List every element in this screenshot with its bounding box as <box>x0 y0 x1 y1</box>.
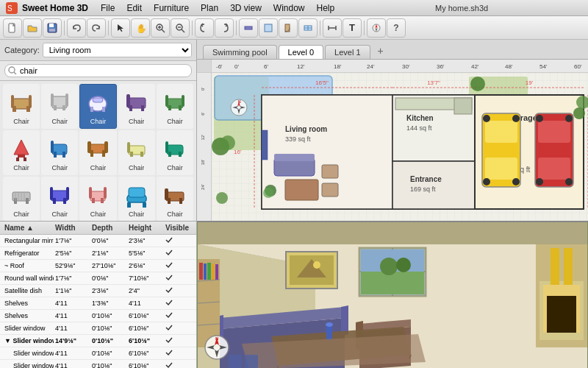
tab-add-button[interactable]: + <box>372 43 390 59</box>
view-3d[interactable]: N <box>197 221 588 368</box>
row-width: 4'11 <box>54 361 90 368</box>
furniture-item[interactable]: Chair <box>41 177 78 221</box>
svg-text:✋: ✋ <box>136 23 146 33</box>
svg-rect-34 <box>51 93 54 107</box>
list-row[interactable]: Shelves4'110'10⅛"6'10⅛" <box>0 310 196 322</box>
svg-text:42': 42' <box>471 63 479 70</box>
col-name[interactable]: Name ▲ <box>3 223 54 233</box>
furniture-item[interactable]: Chair <box>118 130 155 175</box>
svg-rect-67 <box>168 152 171 157</box>
col-visible[interactable]: Visible <box>164 223 193 233</box>
undo-button[interactable] <box>67 18 86 38</box>
open-button[interactable] <box>23 18 42 38</box>
list-row[interactable]: Slider window4'110'10⅛"6'10⅛" <box>0 360 196 368</box>
list-row[interactable]: ▼ Slider windows14'9⅛"0'10⅛"6'10⅛" <box>0 335 196 347</box>
svg-point-177 <box>263 188 273 198</box>
new-button[interactable] <box>3 18 22 38</box>
menu-furniture[interactable]: Furniture <box>148 1 194 15</box>
furniture-item[interactable]: Chair <box>3 177 40 221</box>
row-depth: 0'10⅛" <box>90 349 127 358</box>
plan-svg: Living room 339 sq ft Kitchen 144 sq ft … <box>212 73 588 221</box>
svg-marker-208 <box>198 222 587 244</box>
svg-rect-51 <box>16 158 19 161</box>
save-button[interactable] <box>43 18 62 38</box>
furniture-item[interactable]: Chair <box>3 130 40 175</box>
category-label: Category: <box>4 46 40 54</box>
help-button[interactable]: ? <box>387 18 406 38</box>
rotate-right-button[interactable] <box>215 18 234 38</box>
menu-help[interactable]: Help <box>312 1 340 15</box>
row-visible <box>164 248 193 258</box>
svg-rect-166 <box>538 121 570 143</box>
search-input[interactable] <box>4 64 192 77</box>
furniture-item[interactable]: Chair <box>79 84 116 129</box>
tab-level-1[interactable]: Level 1 <box>325 45 370 59</box>
row-depth: 0'0⅛" <box>90 236 127 245</box>
zoom-in-button[interactable] <box>151 18 170 38</box>
furniture-item[interactable]: Chair <box>3 84 40 129</box>
list-row[interactable]: Slider window4'110'10⅛"6'10⅛" <box>0 347 196 360</box>
toolbar: ✋ T ? <box>0 16 588 40</box>
pan-button[interactable]: ✋ <box>131 18 150 38</box>
svg-point-164 <box>512 178 520 185</box>
row-name: Slider window <box>3 349 54 358</box>
row-visible <box>164 273 193 283</box>
furniture-icon <box>121 133 152 164</box>
list-row[interactable]: Rectangular mirror1'7⅛"0'0⅛"2'3⅛" <box>0 235 196 247</box>
col-depth[interactable]: Depth <box>90 223 127 233</box>
door-button[interactable] <box>279 18 298 38</box>
row-depth: 1'3⅜" <box>90 299 127 308</box>
row-visible <box>164 261 193 271</box>
furniture-item[interactable]: Chair <box>118 84 155 129</box>
redo-button[interactable] <box>87 18 106 38</box>
furniture-item[interactable]: Chair <box>157 177 193 221</box>
wall-button[interactable] <box>239 18 258 38</box>
category-select[interactable]: Living room Bedroom Kitchen Bathroom <box>43 43 192 57</box>
row-visible <box>164 361 193 368</box>
col-height[interactable]: Height <box>127 223 164 233</box>
menu-file[interactable]: File <box>96 1 120 15</box>
furniture-label: Chair <box>52 210 68 219</box>
menu-3dview[interactable]: 3D view <box>225 1 267 15</box>
menu-window[interactable]: Window <box>268 1 310 15</box>
room-button[interactable] <box>259 18 278 38</box>
window-button[interactable] <box>298 18 318 38</box>
furniture-icon <box>6 87 37 118</box>
list-row[interactable]: Shelves4'111'3⅜"4'11 <box>0 297 196 310</box>
list-row[interactable]: Round wall window1'7⅛"0'0⅛"7'10⅛" <box>0 272 196 285</box>
compass-button[interactable] <box>367 18 386 38</box>
svg-point-169 <box>565 115 573 122</box>
furniture-item[interactable]: Chair <box>79 130 116 175</box>
sep1 <box>64 21 65 35</box>
menu-edit[interactable]: Edit <box>121 1 147 15</box>
menu-plan[interactable]: Plan <box>196 1 223 15</box>
furniture-item[interactable]: Chair <box>118 177 155 221</box>
dimension-button[interactable] <box>323 18 342 38</box>
col-width[interactable]: Width <box>54 223 90 233</box>
furniture-item[interactable]: Chair <box>157 84 193 129</box>
row-width: 1'7⅛" <box>54 274 90 283</box>
row-width: 14'9⅛" <box>54 336 90 345</box>
row-name: Shelves <box>3 299 54 308</box>
text-button[interactable]: T <box>343 18 362 38</box>
furniture-label: Chair <box>167 164 183 172</box>
select-button[interactable] <box>111 18 130 38</box>
furniture-icon <box>82 180 113 210</box>
svg-text:N: N <box>238 99 241 104</box>
row-name: Rectangular mirror <box>3 236 54 245</box>
tab-swimming-pool[interactable]: Swimming pool <box>203 45 277 59</box>
zoom-out-button[interactable] <box>171 18 190 38</box>
svg-rect-85 <box>89 187 92 199</box>
tab-level-0[interactable]: Level 0 <box>279 45 323 59</box>
floor-plan[interactable]: -6' 0' 6' 12' 18' 24' 30' 36' 42' 48' 54… <box>197 60 588 221</box>
rotate-left-button[interactable] <box>195 18 214 38</box>
list-row[interactable]: Satellite dish1'1⅛"2'3⅛"2'4" <box>0 285 196 297</box>
furniture-item[interactable]: Chair <box>79 177 116 221</box>
furniture-item[interactable]: Chair <box>41 84 78 129</box>
furniture-item[interactable]: Chair <box>157 130 193 175</box>
furniture-item[interactable]: Chair <box>41 130 78 175</box>
svg-rect-81 <box>66 187 69 200</box>
list-row[interactable]: Slider window4'110'10⅛"6'10⅛" <box>0 322 196 335</box>
list-row[interactable]: Refrigerator2'5⅛"2'1⅛"5'5⅛" <box>0 247 196 260</box>
list-row[interactable]: ~ Roof52'9⅛"27'10⅛"2'6⅛" <box>0 260 196 272</box>
